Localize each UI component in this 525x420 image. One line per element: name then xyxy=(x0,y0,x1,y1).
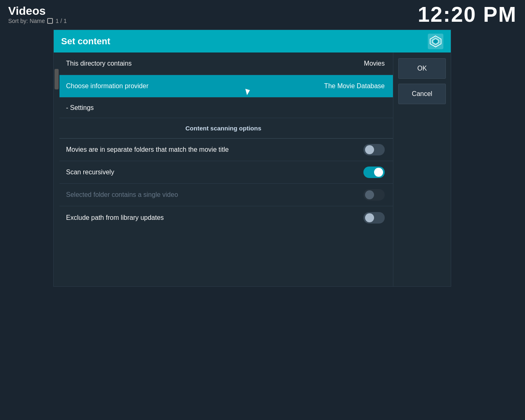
button-panel: OK Cancel xyxy=(393,52,451,286)
ok-button[interactable]: OK xyxy=(398,58,446,79)
sort-label: Sort by: Name xyxy=(8,18,45,24)
dialog-body: This directory contains Movies Choose in… xyxy=(54,52,451,286)
content-panel: This directory contains Movies Choose in… xyxy=(54,52,393,286)
dialog-title: Set content xyxy=(61,36,110,47)
sort-info: Sort by: Name 1 / 1 xyxy=(8,18,67,24)
exclude-path-toggle-knob xyxy=(365,213,374,222)
app-info: Videos Sort by: Name 1 / 1 xyxy=(8,5,67,24)
app-title: Videos xyxy=(8,5,67,18)
single-video-label: Selected folder contains a single video xyxy=(66,191,178,199)
top-bar: Videos Sort by: Name 1 / 1 12:20 PM xyxy=(0,0,525,29)
page-indicator: 1 / 1 xyxy=(55,18,66,24)
scanning-options-header: Content scanning options xyxy=(54,118,393,139)
scan-recursively-toggle-knob xyxy=(374,168,383,177)
cancel-button[interactable]: Cancel xyxy=(398,84,446,104)
exclude-path-row[interactable]: Exclude path from library updates xyxy=(54,206,393,229)
info-provider-label: Choose information provider xyxy=(66,82,148,90)
bottom-spacer xyxy=(54,229,393,286)
dialog-header: Set content xyxy=(54,30,451,52)
settings-label: - Settings xyxy=(66,104,94,112)
settings-row[interactable]: - Settings xyxy=(54,98,393,118)
directory-contains-label: This directory contains xyxy=(66,60,132,67)
directory-contains-row[interactable]: This directory contains Movies xyxy=(54,52,393,75)
info-provider-row[interactable]: Choose information provider The Movie Da… xyxy=(54,75,393,98)
sort-icon xyxy=(47,18,53,24)
info-provider-value: The Movie Database xyxy=(324,82,385,90)
single-video-toggle[interactable] xyxy=(363,189,385,201)
exclude-path-label: Exclude path from library updates xyxy=(66,214,164,221)
movies-folders-row[interactable]: Movies are in separate folders that matc… xyxy=(54,139,393,161)
exclude-path-toggle[interactable] xyxy=(363,212,385,224)
kodi-logo-icon xyxy=(428,34,443,49)
clock: 12:20 PM xyxy=(418,2,517,27)
scanning-options-title: Content scanning options xyxy=(185,125,261,132)
scan-recursively-toggle[interactable] xyxy=(363,167,385,178)
movies-folders-label: Movies are in separate folders that matc… xyxy=(66,146,229,153)
scan-recursively-label: Scan recursively xyxy=(66,169,114,176)
movies-folders-toggle-knob xyxy=(365,145,374,154)
scrollbar[interactable] xyxy=(54,52,59,286)
single-video-row[interactable]: Selected folder contains a single video xyxy=(54,184,393,206)
single-video-toggle-knob xyxy=(365,190,374,199)
movies-folders-toggle[interactable] xyxy=(363,144,385,155)
directory-contains-value: Movies xyxy=(364,60,385,67)
scan-recursively-row[interactable]: Scan recursively xyxy=(54,161,393,184)
set-content-dialog: Set content This directory contains Movi… xyxy=(53,30,451,287)
scrollbar-thumb[interactable] xyxy=(55,69,59,89)
